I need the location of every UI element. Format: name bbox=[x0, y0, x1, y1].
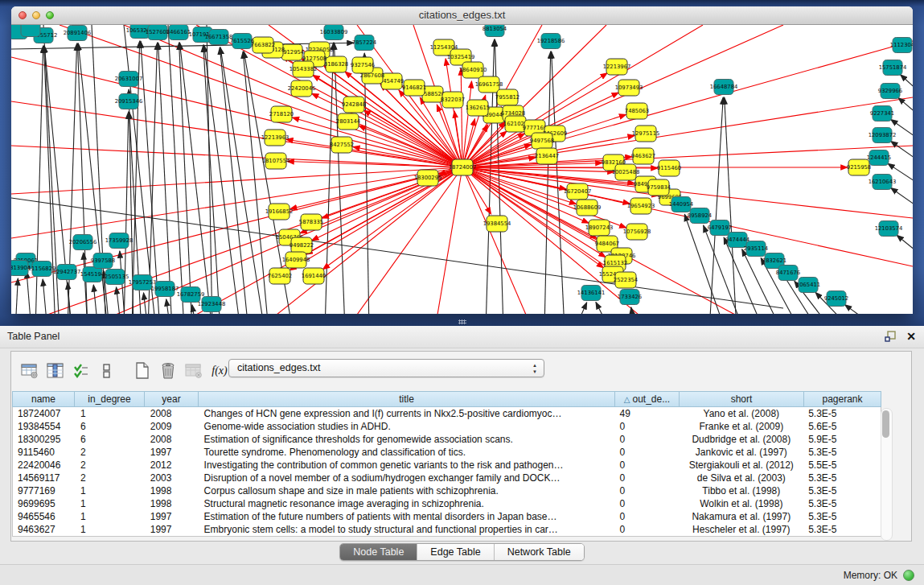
splitter-handle[interactable] bbox=[458, 319, 466, 324]
table-cell: 5.3E-5 bbox=[803, 484, 881, 497]
graph-edge[interactable] bbox=[43, 279, 47, 314]
table-cell: 18724007 bbox=[13, 407, 76, 420]
table-scrollbar-thumb[interactable] bbox=[882, 410, 889, 438]
table-cell: 2 bbox=[76, 459, 146, 472]
graph-edge[interactable] bbox=[552, 51, 565, 314]
table-row[interactable]: 1872400712008Changes of HCN gene express… bbox=[13, 407, 881, 420]
tab-edge-table[interactable]: Edge Table bbox=[417, 544, 493, 560]
delete-table-icon[interactable] bbox=[156, 359, 180, 383]
graph-node[interactable] bbox=[21, 25, 40, 37]
tab-network-table[interactable]: Network Table bbox=[494, 544, 584, 560]
network-view[interactable]: 1872400711254304103254191864091016961758… bbox=[11, 25, 913, 314]
window-title: citations_edges.txt bbox=[11, 9, 913, 21]
close-panel-icon[interactable]: ✕ bbox=[906, 330, 916, 343]
table-row[interactable]: 1938455462009Genome-wide association stu… bbox=[13, 420, 881, 433]
graph-edge[interactable] bbox=[574, 303, 587, 314]
column-header-name[interactable]: name bbox=[12, 391, 75, 407]
float-window-icon[interactable] bbox=[885, 331, 897, 342]
table-selector-dropdown[interactable]: citations_edges.txt ▲▼ bbox=[228, 359, 544, 377]
table-cell: Wolkin et al. (1998) bbox=[679, 497, 803, 510]
graph-edge[interactable] bbox=[322, 167, 462, 270]
table-cell: 0 bbox=[615, 497, 680, 510]
table-cell: 9115460 bbox=[13, 446, 76, 459]
graph-edge[interactable] bbox=[11, 167, 462, 194]
column-header-out-de-[interactable]: △out_de... bbox=[615, 391, 680, 407]
table-cell: 0 bbox=[615, 433, 680, 446]
table-row[interactable]: 946554611997Estimation of the future num… bbox=[13, 510, 881, 523]
table-row[interactable]: 1456911722003Disruption of a novel membe… bbox=[13, 472, 881, 484]
graph-edge[interactable] bbox=[117, 287, 121, 314]
table-scrollbar[interactable] bbox=[881, 408, 893, 541]
graph-edge[interactable] bbox=[596, 303, 610, 314]
graph-node-label: 1065411 bbox=[796, 282, 820, 288]
graph-node-label: 16782759 bbox=[177, 291, 205, 298]
graph-edge[interactable] bbox=[725, 97, 737, 314]
graph-node-label: 19384554 bbox=[483, 220, 511, 227]
table-cell: 2 bbox=[76, 446, 146, 459]
table-row[interactable]: 2242004622012Investigating the contribut… bbox=[13, 459, 881, 472]
graph-edge[interactable] bbox=[11, 167, 462, 282]
column-header-year[interactable]: year bbox=[145, 391, 199, 407]
graph-node-label: 7832621 bbox=[762, 257, 786, 264]
graph-edge[interactable] bbox=[891, 141, 913, 167]
show-column-icon[interactable] bbox=[43, 359, 68, 383]
graph-node-label: 15751874 bbox=[879, 64, 907, 71]
graph-node-label: 9759834 bbox=[647, 184, 671, 191]
graph-edge[interactable] bbox=[124, 25, 156, 314]
network-graph[interactable]: 1872400711254304103254191864091016961758… bbox=[11, 25, 913, 314]
graph-edge[interactable] bbox=[437, 167, 462, 314]
column-header-title[interactable]: title bbox=[199, 391, 615, 407]
graph-edge[interactable] bbox=[364, 53, 369, 314]
table-row[interactable]: 946362711997Embryonic stem cells: a mode… bbox=[13, 523, 881, 536]
graph-node-label: 12213967 bbox=[603, 64, 631, 70]
graph-edge[interactable] bbox=[93, 285, 98, 314]
graph-edge[interactable] bbox=[192, 305, 196, 314]
table-cell: 9699695 bbox=[13, 497, 76, 510]
graph-node-label: 8427552 bbox=[330, 142, 354, 148]
graph-edge[interactable] bbox=[462, 41, 913, 167]
graph-edge[interactable] bbox=[897, 235, 913, 261]
table-cell: 19384554 bbox=[13, 420, 76, 433]
graph-edge[interactable] bbox=[461, 68, 462, 167]
column-header-short[interactable]: short bbox=[680, 391, 804, 407]
graph-edge[interactable] bbox=[845, 305, 881, 314]
graph-node-label: 16210643 bbox=[869, 179, 897, 185]
table-settings-icon[interactable] bbox=[18, 359, 42, 383]
graph-node-label: 1244415 bbox=[867, 154, 891, 161]
row-options-icon[interactable] bbox=[95, 359, 119, 383]
column-header-in-degree[interactable]: in_degree bbox=[75, 391, 145, 407]
table-row[interactable]: 969969511998Structural magnetic resonanc… bbox=[13, 497, 881, 510]
window-titlebar[interactable]: citations_edges.txt bbox=[11, 6, 913, 25]
graph-edge[interactable] bbox=[166, 299, 170, 314]
graph-edge[interactable] bbox=[207, 25, 212, 314]
graph-edge[interactable] bbox=[15, 278, 18, 314]
graph-edge[interactable] bbox=[363, 110, 462, 167]
network-window[interactable]: citations_edges.txt 18724007112543041032… bbox=[11, 6, 913, 314]
table-row[interactable]: 1830029562008Estimation of significance … bbox=[13, 433, 881, 446]
column-header-pagerank[interactable]: pagerank bbox=[804, 391, 881, 407]
graph-node-label: 9474444 bbox=[725, 237, 749, 243]
graph-edge[interactable] bbox=[11, 167, 462, 238]
table-cell: 2008 bbox=[146, 433, 199, 446]
graph-node-label: 2803144 bbox=[336, 118, 360, 125]
new-table-icon[interactable] bbox=[130, 359, 154, 383]
table-cell: 5.3E-5 bbox=[803, 523, 881, 536]
graph-edge[interactable] bbox=[144, 293, 148, 314]
table-selector-value: citations_edges.txt bbox=[237, 362, 321, 373]
table-row[interactable]: 977716911998Corpus callosum shape and si… bbox=[13, 484, 881, 497]
table-cell: Stergiakouli et al. (2012) bbox=[679, 459, 803, 472]
select-all-columns-icon[interactable] bbox=[69, 359, 93, 383]
graph-edge[interactable] bbox=[898, 97, 913, 123]
graph-node-label: 12093872 bbox=[869, 132, 897, 138]
table-row[interactable]: 911546021997Tourette syndrome. Phenomeno… bbox=[13, 446, 881, 459]
graph-node-label: 10756928 bbox=[623, 229, 651, 235]
table-cell: Jankovic et al. (1997) bbox=[679, 446, 803, 459]
tab-node-table[interactable]: Node Table bbox=[340, 544, 417, 560]
graph-edge[interactable] bbox=[891, 187, 913, 214]
graph-edge[interactable] bbox=[334, 43, 345, 314]
graph-edge[interactable] bbox=[709, 97, 723, 314]
graph-node-label: 12942737 bbox=[53, 269, 81, 275]
graph-node-label: 7955812 bbox=[495, 94, 519, 101]
table-cell: 49 bbox=[615, 407, 680, 420]
graph-node-label: 16961758 bbox=[475, 81, 503, 88]
